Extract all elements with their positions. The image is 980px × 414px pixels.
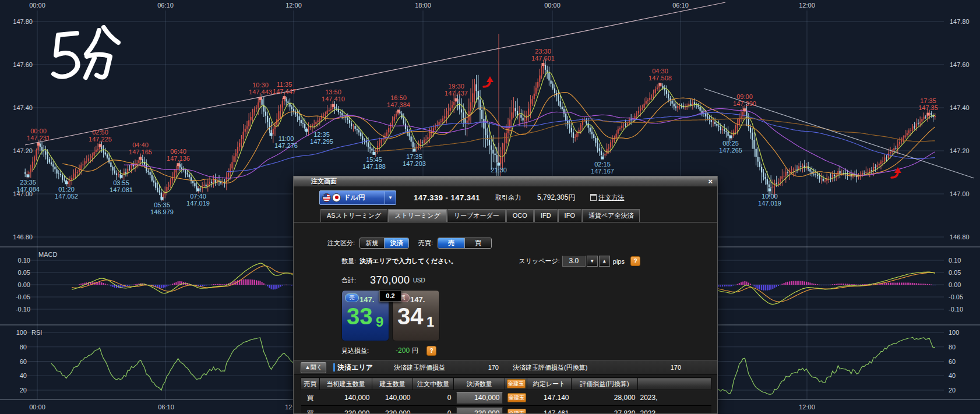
svg-text:00:00: 00:00 bbox=[29, 2, 45, 9]
svg-text:40: 40 bbox=[20, 372, 27, 379]
svg-text:0.00: 0.00 bbox=[949, 281, 961, 288]
svg-text:-0.10: -0.10 bbox=[949, 306, 963, 313]
sell-price-big: 33 bbox=[347, 303, 373, 330]
cell-3: 0 bbox=[413, 390, 454, 406]
settle-all-row-button[interactable]: 全建玉 bbox=[507, 393, 526, 402]
close-icon[interactable]: × bbox=[708, 178, 713, 185]
side-buy-button[interactable]: 買 bbox=[464, 238, 491, 248]
col-header-0: 売買 bbox=[301, 378, 320, 390]
svg-text:0.05: 0.05 bbox=[949, 269, 961, 276]
tab-0[interactable]: ASストリーミング bbox=[320, 209, 387, 222]
side-group: 売 買 bbox=[438, 238, 492, 249]
slippage-decrease-icon[interactable]: ▼ bbox=[587, 256, 598, 267]
expected-pl-label: 見込損益: bbox=[341, 346, 369, 355]
accent-bar bbox=[333, 363, 335, 371]
settle-pl-label: 決済建玉評価損益 bbox=[394, 363, 445, 372]
open-settle-area-button[interactable]: ▲開く bbox=[301, 362, 326, 373]
side-sell-button[interactable]: 売 bbox=[438, 238, 464, 248]
tab-2[interactable]: リーブオーダー bbox=[447, 209, 506, 222]
svg-text:12:00: 12:00 bbox=[285, 2, 302, 9]
svg-text:02:50: 02:50 bbox=[92, 129, 108, 136]
tab-3[interactable]: OCO bbox=[506, 209, 534, 222]
sell-price-pips: 9 bbox=[376, 314, 383, 330]
tab-1[interactable]: ストリーミング bbox=[388, 209, 447, 222]
svg-text:80: 80 bbox=[20, 344, 27, 351]
order-type-group: 新規 決済 bbox=[359, 238, 409, 249]
cell-1: 230,000 bbox=[320, 406, 372, 414]
svg-text:146.80: 146.80 bbox=[13, 233, 33, 240]
svg-text:05:35: 05:35 bbox=[154, 201, 170, 208]
dialog-title-bar[interactable]: 注文画面 × bbox=[294, 176, 717, 187]
svg-text:11:00: 11:00 bbox=[279, 135, 294, 142]
svg-text:147.80: 147.80 bbox=[13, 18, 33, 25]
svg-text:147.084: 147.084 bbox=[16, 186, 40, 193]
tab-4[interactable]: IFD bbox=[534, 209, 558, 222]
bid-ask-quote: 147.339 - 147.341 bbox=[414, 193, 480, 202]
svg-text:147.203: 147.203 bbox=[403, 160, 426, 167]
slippage-input[interactable]: 3.0 bbox=[562, 256, 586, 267]
svg-text:147.081: 147.081 bbox=[110, 186, 133, 193]
svg-text:0.05: 0.05 bbox=[18, 269, 30, 276]
buy-price-pips: 1 bbox=[426, 314, 434, 330]
settle-amount-input[interactable]: 230,000 bbox=[456, 408, 503, 414]
svg-text:00:00: 00:00 bbox=[30, 128, 47, 135]
svg-text:17:35: 17:35 bbox=[406, 153, 422, 160]
col-header-date bbox=[638, 378, 711, 390]
svg-text:147.40: 147.40 bbox=[13, 104, 33, 111]
svg-text:147.019: 147.019 bbox=[186, 200, 210, 207]
currency-pair-select[interactable]: ドル/円 ▼ bbox=[319, 190, 396, 205]
slippage-increase-icon[interactable]: ▲ bbox=[599, 256, 610, 267]
svg-text:147.508: 147.508 bbox=[648, 75, 672, 82]
svg-text:60: 60 bbox=[949, 358, 956, 365]
svg-text:02:15: 02:15 bbox=[594, 161, 611, 168]
svg-text:07:40: 07:40 bbox=[190, 193, 206, 200]
svg-text:-0.05: -0.05 bbox=[949, 293, 963, 300]
svg-text:147.295: 147.295 bbox=[310, 138, 333, 145]
expected-pl-row: 見込損益: -200 円 ? bbox=[294, 346, 717, 355]
svg-text:RSI: RSI bbox=[31, 329, 42, 336]
total-row: 合計: 370,000 USD bbox=[294, 274, 717, 286]
svg-text:06:10: 06:10 bbox=[158, 404, 174, 411]
svg-text:0.00: 0.00 bbox=[18, 281, 30, 288]
tab-5[interactable]: IFO bbox=[558, 209, 581, 222]
svg-text:12:00: 12:00 bbox=[799, 2, 815, 9]
sell-badge: 売 bbox=[345, 293, 359, 302]
order-type-settle-button[interactable]: 決済 bbox=[384, 238, 408, 248]
buy-price-major: 147. bbox=[410, 295, 425, 304]
svg-text:06:10: 06:10 bbox=[672, 2, 689, 9]
svg-text:147.019: 147.019 bbox=[758, 200, 781, 207]
tab-6[interactable]: 通貨ペア全決済 bbox=[582, 209, 640, 222]
svg-text:147.437: 147.437 bbox=[445, 90, 468, 97]
svg-text:04:30: 04:30 bbox=[652, 68, 668, 75]
cell-7: 28,000 bbox=[572, 390, 638, 406]
cell-5: 全建玉 bbox=[505, 406, 527, 414]
cell-0: 買 bbox=[301, 390, 320, 406]
pl-help-button[interactable]: ? bbox=[426, 346, 436, 356]
positions-table: 売買当初建玉数量建玉数量注文中数量決済数量全建玉約定レート評価損益(円換算) 買… bbox=[301, 377, 711, 414]
svg-text:60: 60 bbox=[20, 358, 27, 365]
order-method-link[interactable]: 注文方法 bbox=[590, 193, 624, 202]
svg-text:147.136: 147.136 bbox=[167, 155, 190, 162]
settle-all-row-button[interactable]: 全建玉 bbox=[507, 409, 526, 414]
total-label: 合計: bbox=[341, 276, 356, 285]
svg-text:13:50: 13:50 bbox=[325, 89, 341, 95]
position-row: 買230,000230,0000230,000全建玉147.461-27,830… bbox=[301, 406, 711, 414]
chevron-down-icon[interactable]: ▼ bbox=[385, 192, 396, 204]
cell-8: 2023, bbox=[638, 390, 711, 406]
order-type-new-button[interactable]: 新規 bbox=[360, 238, 384, 248]
svg-text:147.390: 147.390 bbox=[733, 100, 756, 107]
cell-0: 買 bbox=[301, 406, 320, 414]
svg-text:147.601: 147.601 bbox=[531, 55, 555, 62]
settle-amount-input[interactable]: 140,000 bbox=[456, 392, 503, 404]
svg-text:147.20: 147.20 bbox=[950, 147, 970, 154]
svg-text:0.10: 0.10 bbox=[949, 257, 961, 264]
slippage-help-button[interactable]: ? bbox=[630, 256, 640, 266]
col-header-all: 全建玉 bbox=[505, 378, 527, 390]
svg-text:147.231: 147.231 bbox=[27, 135, 50, 141]
svg-text:147.35: 147.35 bbox=[918, 104, 938, 111]
currency-pair-label: ドル/円 bbox=[344, 193, 365, 202]
svg-text:100: 100 bbox=[16, 329, 27, 336]
svg-text:147.410: 147.410 bbox=[322, 95, 345, 102]
settle-all-button[interactable]: 全建玉 bbox=[507, 379, 526, 388]
svg-text:04:40: 04:40 bbox=[132, 141, 149, 148]
